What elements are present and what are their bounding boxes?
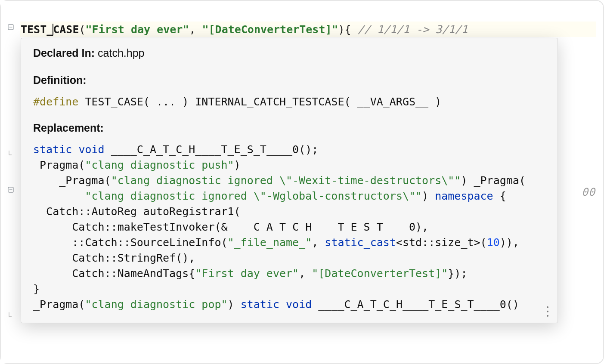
- code-token: ____C_A_T_C_H____T_E_S_T____0(): [312, 298, 519, 311]
- code-token-comma: ,: [189, 23, 202, 36]
- code-token: _Pragma(: [33, 174, 111, 187]
- code-token-paren: (: [79, 23, 85, 36]
- editor-gutter: [1, 1, 20, 363]
- code-token: Catch::makeTestInvoker(&____C_A_T_C_H___…: [33, 221, 428, 233]
- code-token: Catch::AutoReg autoRegistrar1(: [33, 205, 241, 218]
- code-token: Catch::StringRef(),: [33, 252, 195, 264]
- code-token-keyword: CASE: [53, 23, 79, 36]
- code-token: TEST_CASE( ... ) INTERNAL_CATCH_TESTCASE…: [78, 96, 441, 108]
- code-token: [33, 190, 85, 202]
- code-token: ): [228, 298, 241, 311]
- code-token: {: [493, 190, 506, 202]
- code-token-keyword: static_cast: [325, 236, 396, 249]
- code-token: ,: [312, 236, 325, 249]
- code-token: _Pragma(: [33, 159, 85, 171]
- editor-frame: TEST_CASE("First day ever", "[DateConver…: [0, 0, 604, 364]
- code-token-directive: #define: [33, 96, 78, 108]
- obscured-editor-text: 00: [582, 186, 595, 198]
- code-token: ____C_A_T_C_H____T_E_S_T____0();: [105, 143, 319, 156]
- code-token: Catch::NameAndTags{: [33, 267, 195, 280]
- fold-toggle-icon[interactable]: [7, 23, 15, 31]
- code-token: }: [33, 283, 40, 295]
- code-token-string: "clang diagnostic pop": [85, 298, 227, 311]
- replacement-label: Replacement:: [33, 122, 545, 134]
- declared-in-row: Declared In: catch.hpp: [33, 47, 545, 59]
- code-token: [279, 298, 286, 311]
- code-token-keyword: namespace: [435, 190, 493, 202]
- code-token-string: "clang diagnostic push": [85, 159, 234, 171]
- code-token: [72, 143, 78, 156]
- code-token: ): [234, 159, 241, 171]
- code-token-keyword: void: [78, 143, 104, 156]
- declared-in-label: Declared In:: [33, 47, 95, 59]
- code-token-string: "clang diagnostic ignored \"-Wglobal-con…: [85, 190, 422, 202]
- fold-mark-icon[interactable]: [7, 311, 15, 318]
- code-token: )),: [500, 236, 519, 249]
- code-token-string: "First day ever": [86, 23, 189, 36]
- declared-in-value: catch.hpp: [95, 47, 144, 59]
- code-token: ,: [299, 267, 312, 280]
- fold-toggle-icon[interactable]: [7, 186, 15, 194]
- replacement-code: static void ____C_A_T_C_H____T_E_S_T____…: [33, 142, 545, 312]
- code-token: ) _Pragma(: [461, 174, 526, 187]
- code-token-number: 10: [487, 236, 500, 249]
- quick-documentation-popup: Declared In: catch.hpp Definition: #defi…: [21, 38, 558, 323]
- code-token-string: "_file_name_": [228, 236, 312, 249]
- code-token-string: "[DateConverterTest]": [312, 267, 448, 280]
- code-token-keyword: static: [241, 298, 279, 311]
- code-token: <std::size_t>(: [396, 236, 487, 249]
- code-token: });: [448, 267, 467, 280]
- code-token-keyword: TEST_: [21, 23, 53, 36]
- code-token: _Pragma(: [33, 298, 85, 311]
- code-token: ::Catch::SourceLineInfo(: [33, 236, 228, 249]
- code-token-comment: // 1/1/1 -> 3/1/1: [358, 23, 468, 36]
- code-token-string: "clang diagnostic ignored \"-Wexit-time-…: [111, 174, 461, 187]
- code-token: ): [422, 190, 435, 202]
- definition-code: #define TEST_CASE( ... ) INTERNAL_CATCH_…: [33, 94, 545, 110]
- more-options-icon[interactable]: [544, 306, 551, 317]
- code-token-string: "[DateConverterTest]": [202, 23, 338, 36]
- fold-mark-icon[interactable]: [7, 149, 15, 157]
- definition-label: Definition:: [33, 74, 545, 86]
- code-token-string: "First day ever": [195, 267, 299, 280]
- code-token-keyword: void: [286, 298, 312, 311]
- editor-code-line[interactable]: TEST_CASE("First day ever", "[DateConver…: [20, 22, 596, 37]
- code-token-keyword: static: [33, 143, 72, 156]
- code-token-brace: ){: [338, 23, 358, 36]
